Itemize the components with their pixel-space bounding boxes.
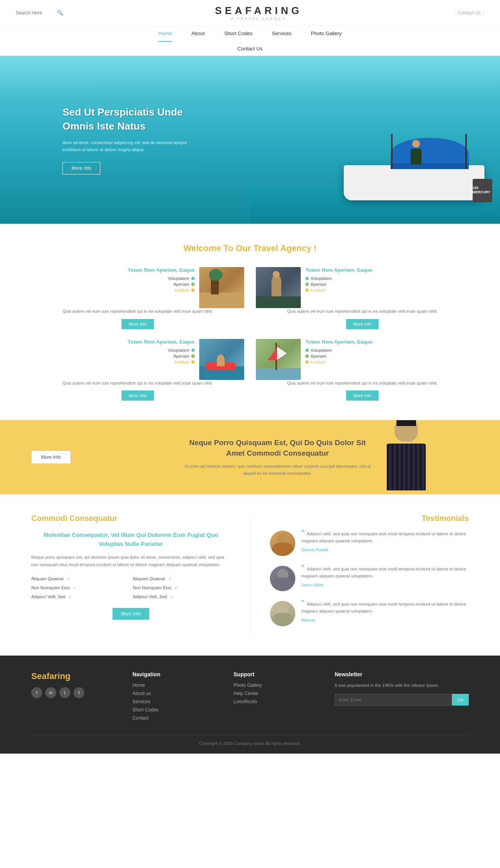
- newsletter-submit-button[interactable]: Go: [452, 694, 469, 706]
- social-links: f in t f: [31, 687, 121, 698]
- feature-5: Adipisci Velit, Sed ✓: [31, 594, 129, 599]
- testimonial-3-name[interactable]: Marcus: [301, 618, 315, 622]
- card-1-title: Totam Rem Aperiam, Eaque: [31, 267, 195, 273]
- logo: SEAFARING A TRAVEL AGENCY: [215, 5, 302, 21]
- quote-mark-3: ": [301, 601, 304, 605]
- footer-grid: Seafaring f in t f Navigation Home About…: [31, 671, 469, 723]
- footer-brand-name: Seafaring: [31, 671, 121, 681]
- nav-contact[interactable]: Contact Us: [238, 46, 262, 52]
- brand-name: SEAFARING: [215, 5, 302, 17]
- header-contact[interactable]: | Contact Us |: [454, 10, 484, 16]
- footer-support-gallery[interactable]: Photo Gallery: [234, 683, 262, 688]
- testimonial-2-name[interactable]: Jason Mark: [301, 583, 323, 587]
- commodi-section: Commodi Consequatur Molestiae Consequatu…: [31, 514, 250, 636]
- banner-button-area: More Info: [31, 451, 71, 464]
- footer-nav-shortcodes[interactable]: Short Codes: [132, 707, 159, 713]
- card-2-desc: Quis autem vel eum iure reprehenderit qu…: [256, 308, 469, 315]
- header: 🔍 SEAFARING A TRAVEL AGENCY | Contact Us…: [0, 0, 500, 26]
- nav-about[interactable]: About: [191, 30, 205, 41]
- nav-shortcodes[interactable]: Short Codes: [224, 30, 252, 41]
- search-input[interactable]: [16, 10, 55, 16]
- testimonial-2-avatar: [270, 566, 295, 591]
- social-instagram[interactable]: f: [73, 687, 84, 698]
- card-4: Totam Rem Aperiam, Eaque Voluptatem Aper…: [256, 339, 469, 401]
- footer-nav-about[interactable]: About us: [132, 691, 151, 696]
- search-bar[interactable]: 🔍: [16, 10, 63, 16]
- banner-description: Ut enim ad minima veniam, quis nostrum e…: [180, 463, 375, 477]
- welcome-section: Welcome To Our Travel Agency ! Totam Rem…: [0, 224, 500, 420]
- footer-nav: Navigation Home About us Services Short …: [132, 671, 222, 723]
- card-3-desc: Quis autem vel eum iure reprehenderit qu…: [31, 380, 244, 387]
- footer-newsletter-desc: It was popularised in the 1960s with the…: [335, 682, 469, 689]
- footer-brand: Seafaring f in t f: [31, 671, 121, 723]
- hero-title: Sed Ut Perspiciatis Unde Omnis Iste Natu…: [62, 105, 188, 134]
- footer-support-help[interactable]: Help Center: [234, 691, 259, 696]
- testimonials-title: Testimonials: [270, 514, 469, 523]
- commodi-title: Molestiae Consequatur, Vel Illum Qui Dol…: [31, 531, 230, 548]
- banner-content: Neque Porro Quisquam Est, Qui Do Quis Do…: [180, 438, 375, 477]
- hero-section: 150MERCURY Sed Ut Perspiciatis Unde Omni…: [0, 56, 500, 224]
- testimonial-1-text: Adipisci velit, sed quia non numquam eiu…: [301, 531, 466, 543]
- newsletter-email-input[interactable]: [335, 694, 452, 706]
- cards-row-1: Totam Rem Aperiam, Eaque Voluptatem Aper…: [31, 267, 469, 329]
- card-1: Totam Rem Aperiam, Eaque Voluptatem Aper…: [31, 267, 244, 329]
- card-1-desc: Quis autem vel eum iure reprehenderit qu…: [31, 308, 244, 315]
- banner-person: [371, 420, 441, 494]
- feature-1: Aliquam Quaerat ✓: [31, 576, 129, 581]
- card-3-button[interactable]: More Info: [121, 390, 154, 401]
- testimonial-2-text: Adipisci velit, sed quia non numquam eiu…: [301, 567, 466, 578]
- banner-more-info-button[interactable]: More Info: [31, 451, 71, 464]
- footer: Seafaring f in t f Navigation Home About…: [0, 656, 500, 754]
- card-3: Totam Rem Aperiam, Eaque Voluptatem Aper…: [31, 339, 244, 401]
- social-linkedin[interactable]: in: [45, 687, 56, 698]
- nav-services[interactable]: Services: [272, 30, 291, 41]
- social-facebook[interactable]: f: [31, 687, 42, 698]
- footer-support: Support Photo Gallery Help Center LorioR…: [234, 671, 323, 723]
- nav-gallery[interactable]: Photo Gallery: [311, 30, 342, 41]
- footer-newsletter: Newsletter It was popularised in the 196…: [335, 671, 469, 723]
- testimonial-3: " Adipisci velit, sed quia non numquam e…: [270, 601, 469, 626]
- testimonials-section: Testimonials " Adipisci velit, sed quia …: [250, 514, 469, 636]
- card-2: Totam Rem Aperiam, Eaque Voluptatem Aper…: [256, 267, 469, 329]
- hero-more-info-button[interactable]: More Info: [62, 162, 100, 175]
- testimonial-3-text: Adipisci velit, sed quia non numquam eiu…: [301, 602, 466, 613]
- welcome-title: Welcome To Our Travel Agency !: [31, 243, 469, 253]
- card-2-button[interactable]: More Info: [346, 319, 378, 329]
- footer-nav-services[interactable]: Services: [132, 699, 150, 704]
- footer-support-lorio[interactable]: LorioRicolo: [234, 699, 257, 704]
- testimonial-1-name[interactable]: Selene Powell: [301, 547, 329, 552]
- hero-content: Sed Ut Perspiciatis Unde Omnis Iste Natu…: [0, 105, 188, 175]
- commodi-description: Neque porro quisquam est, qui dolorem ip…: [31, 554, 230, 568]
- yellow-banner: More Info Neque Porro Quisquam Est, Qui …: [0, 420, 500, 494]
- testimonial-2: " Adipisci velit, sed quia non numquam e…: [270, 566, 469, 591]
- footer-nav-contact[interactable]: Contact: [132, 715, 148, 721]
- nav-home[interactable]: Home: [158, 30, 172, 42]
- contact-link[interactable]: Contact Us: [458, 10, 481, 16]
- card-2-title: Totam Rem Aperiam, Eaque: [305, 267, 469, 273]
- card-4-button[interactable]: More Info: [346, 390, 378, 401]
- footer-nav-home[interactable]: Home: [132, 683, 145, 688]
- bottom-sections: Commodi Consequatur Molestiae Consequatu…: [0, 494, 500, 656]
- testimonial-1-avatar: [270, 531, 295, 556]
- footer-nav-title: Navigation: [132, 671, 222, 677]
- quote-mark-1: ": [301, 531, 304, 535]
- card-4-title: Totam Rem Aperiam, Eaque: [305, 339, 469, 345]
- search-icon: 🔍: [57, 10, 63, 16]
- card-2-image: [256, 267, 301, 308]
- card-1-button[interactable]: More Info: [121, 319, 154, 329]
- copyright: Copyright © 2016 Company name All rights…: [31, 741, 469, 746]
- brand-tagline: A TRAVEL AGENCY: [215, 17, 302, 21]
- commodi-more-info-button[interactable]: More Info: [112, 608, 150, 620]
- testimonial-3-avatar: [270, 601, 295, 626]
- card-3-title: Totam Rem Aperiam, Eaque: [31, 339, 195, 345]
- feature-2: Aliquam Quaerat ✓: [133, 576, 230, 581]
- footer-support-title: Support: [234, 671, 323, 677]
- feature-4: Non Numquam Eius ✓: [133, 585, 230, 590]
- cards-row-2: Totam Rem Aperiam, Eaque Voluptatem Aper…: [31, 339, 469, 401]
- card-4-desc: Quis autem vel eum iure reprehenderit qu…: [256, 380, 469, 387]
- social-twitter[interactable]: t: [59, 687, 70, 698]
- hero-description: dolor sit amet, consectetur adipiscing e…: [62, 139, 188, 153]
- footer-bottom: Copyright © 2016 Company name All rights…: [31, 735, 469, 746]
- feature-3: Non Numquam Eius ✓: [31, 585, 129, 590]
- quote-mark-2: ": [301, 566, 304, 570]
